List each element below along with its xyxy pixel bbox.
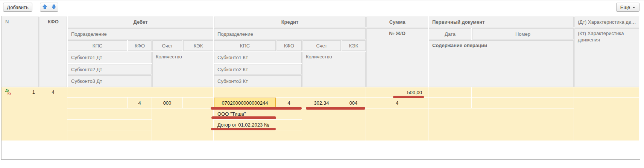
col-header-kps-dt: КПС [68, 40, 127, 51]
window-top-border [0, 0, 644, 0]
col-header-kfo: КФО [39, 17, 67, 87]
col-header-subconto3-dt: Субконто3 Дт [68, 75, 152, 87]
cell-credit-subconto3[interactable] [214, 130, 302, 141]
col-header-primary-doc: Первичный документ [429, 17, 574, 27]
cell-doc-number[interactable] [472, 87, 574, 98]
col-header-subconto1-kt: Субконто1 Кт [214, 52, 302, 63]
row-number-value: 1 [32, 89, 35, 95]
col-header-subdivision-dt: Подразделение [68, 28, 213, 40]
cell-sum-rest[interactable] [366, 108, 428, 141]
cell-doc-date-2[interactable] [428, 98, 472, 108]
cell-debit-kfo[interactable]: 4 [128, 98, 152, 108]
move-up-button[interactable] [40, 3, 49, 12]
cell-debit-kps[interactable] [67, 98, 128, 108]
col-header-kps-kt: КПС [214, 40, 276, 51]
entries-table: N КФО Дебет Кредит Сумма Первичный докум… [1, 16, 640, 160]
annotation-underline-subconto2 [211, 128, 276, 130]
col-header-subconto2-kt: Субконто2 Кт [214, 64, 302, 75]
col-header-dt-characteristic: (Дт) Характеристика дви... [574, 17, 639, 27]
cell-kfo[interactable]: 4 [39, 87, 67, 141]
cell-debit-subconto1[interactable] [67, 108, 152, 120]
annotation-underline-subconto1 [211, 116, 276, 119]
cell-journal-no[interactable]: 4 [366, 98, 428, 108]
col-header-subconto3-kt: Субконто3 Кт [214, 75, 302, 87]
col-header-operation-content: Содержание операции [429, 40, 574, 87]
more-button[interactable]: Еще [616, 3, 639, 12]
col-header-kek-kt: КЭК [342, 40, 366, 51]
cell-debit-subconto3[interactable] [67, 130, 152, 141]
cell-debit-kek[interactable] [183, 98, 214, 108]
add-button[interactable]: Добавить [3, 3, 32, 12]
col-header-kfo-dt: КФО [128, 40, 152, 51]
cell-doc-date[interactable] [428, 87, 472, 98]
more-button-label: Еще [620, 5, 630, 10]
annotation-underline-sum [393, 96, 424, 98]
move-down-button[interactable] [49, 3, 58, 12]
col-header-account-kt: Счет [302, 40, 341, 51]
cell-debit-account[interactable]: 000 [152, 98, 183, 108]
cell-debit-quantity[interactable] [152, 108, 214, 141]
move-up-icon [42, 4, 47, 11]
cell-row-number[interactable]: Дт Кт 1 [2, 87, 39, 141]
col-header-kt-characteristic: (Кт) Характеристика движения [574, 28, 639, 87]
col-header-kfo-kt: КФО [276, 40, 302, 51]
cell-debit-subconto2[interactable] [67, 120, 152, 130]
entries-grid: N КФО Дебет Кредит Сумма Первичный докум… [2, 16, 640, 141]
col-header-date: Дата [429, 28, 471, 40]
col-header-number: Номер [472, 28, 574, 40]
col-header-account-dt: Счет [152, 40, 182, 51]
col-header-quantity-kt: Количество [302, 52, 366, 87]
annotation-underline-credit-kps [211, 107, 302, 110]
cell-operation-content[interactable] [428, 108, 574, 141]
col-header-kek-dt: КЭК [183, 40, 213, 51]
cell-kt-characteristic[interactable] [574, 98, 639, 141]
cell-debit-subdivision[interactable] [67, 87, 214, 98]
col-header-journal-no: № Ж/О [366, 28, 428, 87]
cell-credit-quantity[interactable] [302, 108, 366, 141]
col-header-sum: Сумма [366, 17, 428, 27]
col-header-quantity-dt: Количество [152, 52, 213, 87]
col-header-subconto2-dt: Субконто2 Дт [68, 64, 152, 75]
annotation-underline-credit-account-kek [306, 107, 365, 110]
cell-dt-characteristic[interactable] [574, 87, 639, 98]
col-header-n: N [2, 17, 39, 87]
col-header-debit: Дебет [68, 17, 213, 27]
col-header-subdivision-kt: Подразделение [214, 28, 366, 40]
move-down-icon [51, 4, 56, 11]
col-header-subconto1-dt: Субконто1 Дт [68, 52, 152, 63]
dropdown-caret-icon [632, 7, 635, 8]
dt-kt-row-marker-icon: Дт Кт [5, 89, 11, 95]
col-header-credit: Кредит [214, 17, 366, 27]
cell-doc-number-2[interactable] [472, 98, 574, 108]
cell-credit-subdivision[interactable] [214, 87, 366, 98]
